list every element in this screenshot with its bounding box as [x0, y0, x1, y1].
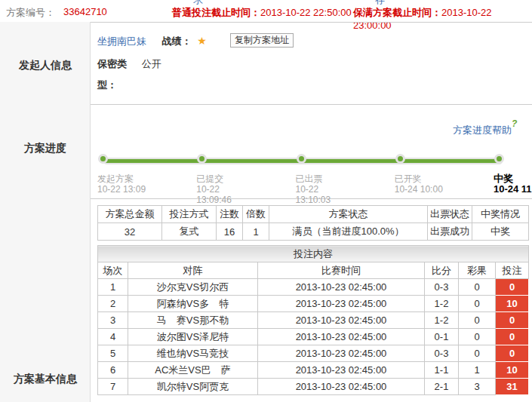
bet-cell: 阿森纳VS多 特: [128, 296, 258, 312]
top-bar: 方案编号： 33642710 求 存 普通投注截止时间：2013-10-22 2…: [0, 0, 532, 22]
summary-value-cell: 1: [243, 223, 269, 241]
bet-table-title-row: 投注内容: [98, 246, 529, 262]
bet-cell: 2013-10-23 02:45:00: [258, 362, 425, 379]
bet-cell: 0-1: [425, 329, 459, 345]
scheme-number-label: 方案编号：: [6, 6, 55, 20]
scheme-detail-page: 方案编号： 33642710 求 存 普通投注截止时间：2013-10-22 2…: [0, 0, 532, 402]
scheme-basic-info-section: 方案总金额投注方式注数倍数方案状态出票状态中奖情况 32复式161满员（当前进度…: [91, 199, 532, 402]
bet-cell: 0: [459, 345, 496, 362]
progress-step-label: 已开奖10-24 10:00: [395, 173, 485, 195]
bet-cell: 2013-10-23 02:45:00: [258, 296, 425, 312]
bet-cell: 0: [459, 329, 496, 345]
progress-step-dot: [494, 154, 504, 164]
progress-help-link[interactable]: 方案进度帮助: [453, 124, 512, 137]
progress-step-dot: [98, 154, 108, 164]
bet-header-cell: 彩果: [459, 262, 496, 279]
bet-header-cell: 比赛时间: [258, 262, 425, 279]
bet-cell: 波尔图VS泽尼特: [128, 329, 258, 345]
bet-row: 7凯尔特VS阿贾克2013-10-23 02:45:002-1331: [98, 379, 529, 395]
bet-row: 2阿森纳VS多 特2013-10-23 02:45:001-2010: [98, 296, 529, 312]
bet-row: 4波尔图VS泽尼特2013-10-23 02:45:000-100: [98, 329, 529, 345]
privacy-label: 保密类: [97, 58, 127, 69]
bet-cell: 凯尔特VS阿贾克: [128, 379, 258, 395]
initiator-info-section: 坐拥南巴妹 战绩： ★ 复制方案地址 保密类 公开 型：: [91, 22, 532, 104]
scheme-number-value: 33642710: [63, 6, 107, 17]
summary-header-row: 方案总金额投注方式注数倍数方案状态出票状态中奖情况: [98, 206, 529, 223]
bet-cell: 2013-10-23 02:45:00: [258, 312, 425, 329]
bet-cell: 0: [459, 296, 496, 312]
bet-cell: 0: [459, 312, 496, 329]
normal-bet-deadline-label: 普通投注截止时间：: [172, 7, 260, 18]
bet-rows: 1沙尔克VS切尔西2013-10-23 02:45:000-3002阿森纳VS多…: [98, 279, 529, 395]
bet-stake-cell: 0: [496, 279, 529, 296]
sidebar-label-basic-info: 方案基本信息: [0, 373, 91, 386]
bet-table-title: 投注内容: [98, 246, 529, 262]
bet-row: 1沙尔克VS切尔西2013-10-23 02:45:000-300: [98, 279, 529, 296]
bet-cell: 1-2: [425, 312, 459, 329]
bet-row: 6AC米兰VS巴 萨2013-10-23 02:45:001-1110: [98, 362, 529, 379]
scheme-summary-table: 方案总金额投注方式注数倍数方案状态出票状态中奖情况 32复式161满员（当前进度…: [97, 205, 529, 241]
bet-header-cell: 场次: [98, 262, 128, 279]
bet-stake-cell: 10: [496, 362, 529, 379]
initiator-username-link[interactable]: 坐拥南巴妹: [97, 35, 146, 47]
bet-cell: 0-3: [425, 345, 459, 362]
bet-cell: 2-1: [425, 379, 459, 395]
summary-header-cell: 方案总金额: [98, 206, 162, 223]
normal-bet-deadline-value: 2013-10-22 22:50:00: [260, 7, 352, 18]
bet-cell: 3: [459, 379, 496, 395]
summary-header-cell: 投注方式: [162, 206, 217, 223]
bet-header-cell: 投注: [496, 262, 529, 279]
bet-cell: 3: [98, 312, 128, 329]
bet-cell: 维也纳VS马竞技: [128, 345, 258, 362]
bet-cell: 0-3: [425, 279, 459, 296]
bet-row: 3马 赛VS那不勒2013-10-23 02:45:001-200: [98, 312, 529, 329]
bet-stake-cell: 10: [496, 296, 529, 312]
progress-step-label: 中奖10-24 11:: [494, 173, 532, 195]
bet-header-row: 场次对阵比赛时间比分彩果投注: [98, 262, 529, 279]
bet-cell: 2013-10-23 02:45:00: [258, 379, 425, 395]
summary-value-row: 32复式161满员（当前进度100.0%）出票成功中奖: [98, 223, 529, 241]
summary-header-cell: 出票状态: [428, 206, 472, 223]
record-label: 战绩：: [162, 35, 192, 47]
bet-header-cell: 比分: [425, 262, 459, 279]
bet-cell: 1: [98, 279, 128, 296]
bet-stake-cell: 31: [496, 379, 529, 395]
progress-step-label: 发起方案10-22 13:09: [97, 173, 188, 195]
summary-header-cell: 方案状态: [269, 206, 428, 223]
bet-cell: 2013-10-23 02:45:00: [258, 279, 425, 296]
bet-cell: 1-2: [425, 296, 459, 312]
summary-value-cell: 复式: [162, 223, 217, 241]
bet-header-cell: 对阵: [128, 262, 258, 279]
bet-stake-cell: 0: [496, 345, 529, 362]
initiator-row: 坐拥南巴妹 战绩： ★: [97, 35, 207, 50]
bet-content-table: 投注内容 场次对阵比赛时间比分彩果投注 1沙尔克VS切尔西2013-10-23 …: [97, 245, 529, 395]
help-question-icon: ?: [512, 118, 517, 129]
sidebar-label-progress: 方案进度: [0, 142, 91, 155]
type-label: 型：: [97, 79, 117, 91]
star-rating-icon: ★: [197, 35, 207, 47]
bet-cell: 7: [98, 379, 128, 395]
bet-stake-cell: 0: [496, 312, 529, 329]
bet-cell: 6: [98, 362, 128, 379]
sidebar: [0, 22, 91, 402]
summary-header-cell: 中奖情况: [472, 206, 529, 223]
privacy-value: 公开: [142, 58, 161, 69]
bet-cell: 2013-10-23 02:45:00: [258, 345, 425, 362]
bet-cell: 5: [98, 345, 128, 362]
privacy-row: 保密类 公开: [97, 57, 161, 71]
bet-cell: 2013-10-23 02:45:00: [258, 329, 425, 345]
bet-cell: 1: [459, 362, 496, 379]
summary-header-cell: 注数: [217, 206, 243, 223]
summary-value-cell: 满员（当前进度100.0%）: [269, 223, 428, 241]
sidebar-label-initiator: 发起人信息: [0, 59, 91, 72]
bet-cell: AC米兰VS巴 萨: [128, 362, 258, 379]
normal-bet-deadline: 普通投注截止时间：2013-10-22 22:50:00: [172, 6, 352, 20]
bet-stake-cell: 0: [496, 329, 529, 345]
bet-cell: 沙尔克VS切尔西: [128, 279, 258, 296]
bet-cell: 马 赛VS那不勒: [128, 312, 258, 329]
type-row: 型：: [97, 78, 117, 92]
copy-scheme-address-button[interactable]: 复制方案地址: [230, 33, 294, 48]
bet-row: 5维也纳VS马竞技2013-10-23 02:45:000-300: [98, 345, 529, 362]
summary-value-cell: 16: [217, 223, 243, 241]
summary-value-cell: 出票成功: [428, 223, 472, 241]
